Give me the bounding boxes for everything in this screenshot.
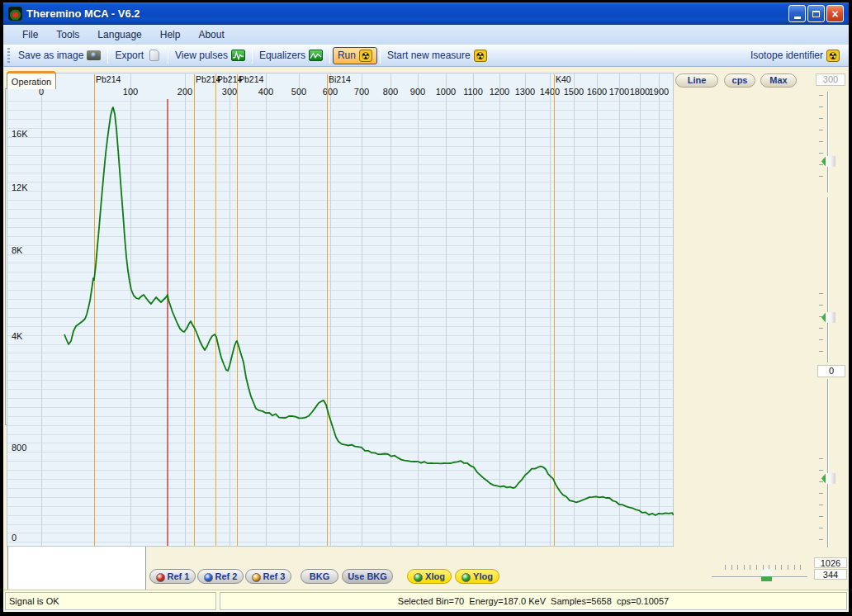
blue-led-icon	[204, 573, 213, 582]
y-tick-label: 4K	[12, 331, 23, 341]
y-offset-slider-track[interactable]	[827, 197, 829, 362]
export-page-icon	[147, 50, 161, 62]
view-pulses-label: View pulses	[175, 50, 228, 61]
ylog-button[interactable]: Ylog	[455, 569, 499, 584]
toolbar-separator	[168, 48, 168, 64]
isotope-marker-label: Bi214	[329, 74, 351, 84]
x-tick-label: 1500	[564, 87, 584, 97]
save-as-image-label: Save as image	[18, 50, 83, 61]
save-as-image-button[interactable]: Save as image	[14, 48, 105, 64]
x-tick-label: 1100	[463, 87, 483, 97]
y-offset-slider-thumb[interactable]	[821, 312, 835, 323]
toolbar: Save as image Export View pulses Equaliz…	[3, 45, 849, 67]
y-tick-label: 0	[12, 533, 17, 543]
radiation-icon: ☢	[474, 50, 487, 62]
y-scale-slider-ticks	[819, 95, 823, 187]
x-tick-label: 1600	[587, 87, 607, 97]
radiation-icon: ☢	[826, 50, 840, 62]
red-led-icon	[156, 573, 165, 582]
line-button[interactable]: Line	[675, 73, 718, 88]
x-tick-label: 1000	[436, 87, 456, 97]
bkg-label: BKG	[310, 571, 329, 581]
y-scale-slider-track[interactable]	[827, 92, 829, 192]
x-tick-label: 900	[410, 87, 425, 97]
ref2-button[interactable]: Ref 2	[197, 569, 244, 584]
signal-status: Signal is OK	[5, 592, 216, 610]
menu-language[interactable]: Language	[88, 26, 150, 43]
x-tick-label: 1200	[490, 87, 509, 97]
restore-button[interactable]	[807, 5, 825, 22]
run-label: Run	[338, 50, 356, 61]
max-button[interactable]: Max	[760, 73, 797, 88]
isotope-identifier-button[interactable]: Isotope identifier ☢	[746, 48, 844, 64]
isotope-marker-label: Pb214	[239, 74, 264, 84]
toolbar-grip[interactable]	[7, 48, 10, 63]
toolbar-separator	[329, 48, 330, 64]
y-tick-label: 12K	[12, 182, 28, 192]
x-zoom-slider-ticks	[725, 565, 802, 570]
close-icon: ×	[831, 7, 838, 21]
isotope-marker-label: Pb214	[96, 74, 121, 84]
x-tick-label: 500	[291, 87, 306, 97]
ref3-label: Ref 3	[263, 571, 286, 581]
tab-operation-label: Operation	[12, 77, 51, 87]
camera-icon	[87, 50, 101, 62]
use-bkg-label: Use BKG	[348, 571, 387, 581]
app-icon	[8, 7, 22, 21]
export-button[interactable]: Export	[111, 48, 165, 64]
menu-file[interactable]: File	[13, 26, 47, 43]
tab-operation[interactable]: Operation	[7, 71, 56, 89]
view-pulses-button[interactable]: View pulses	[171, 48, 249, 63]
radiation-icon: ☢	[359, 50, 372, 62]
export-label: Export	[115, 50, 144, 61]
xlog-label: Xlog	[425, 571, 445, 581]
restore-icon	[812, 11, 820, 17]
equalizer-wave-icon	[309, 50, 323, 61]
x-tick-label: 800	[383, 87, 398, 97]
x-tick-label: 1300	[515, 87, 535, 97]
x-tick-label: 100	[123, 87, 138, 97]
x-zoom-slider-track[interactable]	[712, 576, 807, 578]
y-offset-slider-ticks	[819, 293, 823, 361]
x-tick-label: 300	[222, 87, 237, 97]
run-button[interactable]: Run ☢	[333, 47, 377, 64]
ref3-button[interactable]: Ref 3	[245, 569, 291, 584]
start-new-measure-button[interactable]: Start new measure ☢	[383, 48, 491, 64]
cal-value-2-box[interactable]: 344	[814, 569, 847, 580]
title-bar[interactable]: Theremino MCA - V6.2 ×	[3, 2, 849, 25]
energy-cal-slider-track[interactable]	[827, 379, 829, 547]
bkg-button[interactable]: BKG	[301, 569, 338, 584]
y-scale-slider-thumb[interactable]	[821, 156, 835, 167]
xlog-button[interactable]: Xlog	[407, 569, 452, 584]
equalizers-button[interactable]: Equalizers	[255, 48, 327, 63]
green-led-icon	[462, 573, 471, 582]
equalizers-label: Equalizers	[259, 50, 305, 61]
x-tick-label: 200	[178, 87, 192, 97]
main-area: Operation Options Isotopes Info Total se…	[3, 67, 849, 590]
window-title: Theremino MCA - V6.2	[26, 7, 140, 20]
orange-led-icon	[252, 573, 261, 582]
green-led-icon	[414, 573, 423, 582]
cal-value-1-box[interactable]: 1026	[814, 557, 847, 568]
offset-value-box[interactable]: 0	[817, 365, 845, 377]
spectrum-plot[interactable]: 0100200300400500600700800900100011001200…	[7, 73, 674, 547]
x-tick-label: 1400	[540, 87, 560, 97]
cps-button[interactable]: cps	[724, 73, 755, 88]
close-button[interactable]: ×	[826, 5, 844, 22]
use-bkg-button[interactable]: Use BKG	[342, 569, 393, 584]
menu-about[interactable]: About	[189, 26, 233, 43]
pulse-wave-icon	[231, 50, 245, 61]
x-tick-label: 400	[258, 87, 273, 97]
x-tick-label: 1700	[609, 87, 629, 97]
ref1-button[interactable]: Ref 1	[149, 569, 196, 584]
menu-tools[interactable]: Tools	[47, 26, 88, 43]
menu-help[interactable]: Help	[151, 26, 190, 43]
energy-cal-slider-ticks	[819, 458, 823, 546]
range-value-box[interactable]: 300	[816, 73, 845, 86]
toolbar-separator	[380, 48, 381, 64]
minimize-button[interactable]	[788, 5, 806, 22]
selected-bin-status: Selected Bin=70 Energy=187.0 KeV Samples…	[220, 592, 847, 610]
x-tick-label: 1800	[630, 87, 650, 97]
x-tick-label: 1900	[649, 87, 669, 97]
energy-cal-slider-thumb[interactable]	[821, 473, 835, 484]
